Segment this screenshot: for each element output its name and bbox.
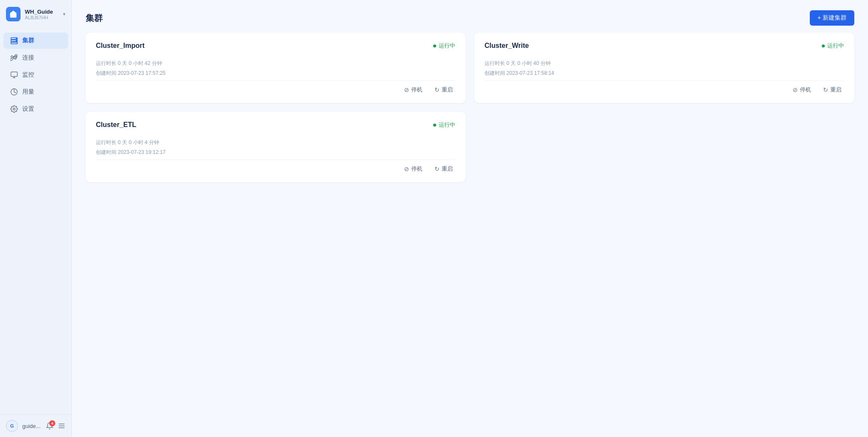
cluster-import-restart-button[interactable]: ↻ 重启 xyxy=(432,84,455,95)
stop-icon-etl: ⊘ xyxy=(404,165,409,172)
sidebar-nav: 集群 连接 监控 用量 设置 xyxy=(0,28,71,414)
svg-point-8 xyxy=(13,108,15,110)
page-header: 集群 + 新建集群 xyxy=(72,0,868,32)
svg-point-3 xyxy=(16,38,17,39)
cluster-import-info: 运行时长 0 天 0 小时 42 分钟 创建时间 2023-07-23 17:5… xyxy=(96,60,455,77)
avatar: G xyxy=(6,420,18,432)
cluster-etl-footer: ⊘ 停机 ↻ 重启 xyxy=(96,159,455,174)
svg-rect-5 xyxy=(11,72,18,77)
menu-button[interactable] xyxy=(58,422,65,430)
cluster-write-status-label: 运行中 xyxy=(827,42,844,50)
cluster-write-footer: ⊘ 停机 ↻ 重启 xyxy=(485,80,844,95)
sidebar-item-settings[interactable]: 设置 xyxy=(3,101,68,117)
cluster-etl-name: Cluster_ETL xyxy=(96,121,136,129)
cluster-write-restart-label: 重启 xyxy=(830,86,841,94)
stop-icon-write: ⊘ xyxy=(793,86,798,93)
cluster-etl-status-label: 运行中 xyxy=(439,121,455,129)
cluster-etl-created: 创建时间 2023-07-23 19:12:17 xyxy=(96,149,455,156)
app-title-group: WH_Guide ALBJ67HH xyxy=(25,9,59,20)
chevron-down-icon: ▾ xyxy=(63,11,65,17)
cluster-write-uptime: 运行时长 0 天 0 小时 40 分钟 xyxy=(485,60,844,67)
cluster-write-restart-button[interactable]: ↻ 重启 xyxy=(820,84,844,95)
status-dot-write xyxy=(822,44,825,47)
page-title: 集群 xyxy=(86,12,103,24)
cluster-write-stop-button[interactable]: ⊘ 停机 xyxy=(790,84,814,95)
cluster-import-status: 运行中 xyxy=(433,42,455,50)
restart-icon: ↻ xyxy=(434,86,440,93)
cluster-import-restart-label: 重启 xyxy=(442,86,453,94)
status-dot-import xyxy=(433,44,436,47)
cluster-card-import[interactable]: Cluster_Import 运行中 运行时长 0 天 0 小时 42 分钟 创… xyxy=(86,32,466,103)
sidebar-footer: G guide... 4 xyxy=(0,414,71,437)
sidebar-item-connect[interactable]: 连接 xyxy=(3,50,68,66)
usage-icon xyxy=(10,88,18,96)
cluster-card-import-header: Cluster_Import 运行中 xyxy=(96,42,455,50)
app-id: ALBJ67HH xyxy=(25,15,59,20)
notification-button[interactable]: 4 xyxy=(46,422,54,430)
cluster-card-write[interactable]: Cluster_Write 运行中 运行时长 0 天 0 小时 40 分钟 创建… xyxy=(474,32,854,103)
cluster-import-stop-label: 停机 xyxy=(411,86,422,94)
cluster-card-etl[interactable]: Cluster_ETL 运行中 运行时长 0 天 0 小时 4 分钟 创建时间 … xyxy=(86,112,466,182)
cluster-import-stop-button[interactable]: ⊘ 停机 xyxy=(401,84,425,95)
app-name: WH_Guide xyxy=(25,9,59,15)
sidebar: WH_Guide ALBJ67HH ▾ 集群 连接 监控 xyxy=(0,0,72,437)
sidebar-item-usage-label: 用量 xyxy=(22,88,34,96)
monitor-icon xyxy=(10,71,18,79)
cluster-etl-restart-label: 重启 xyxy=(442,165,453,173)
sidebar-item-cluster[interactable]: 集群 xyxy=(3,32,68,49)
cluster-etl-info: 运行时长 0 天 0 小时 4 分钟 创建时间 2023-07-23 19:12… xyxy=(96,139,455,156)
cluster-import-created: 创建时间 2023-07-23 17:57:25 xyxy=(96,70,455,77)
cluster-write-status: 运行中 xyxy=(822,42,844,50)
cluster-write-info: 运行时长 0 天 0 小时 40 分钟 创建时间 2023-07-23 17:5… xyxy=(485,60,844,77)
cluster-etl-restart-button[interactable]: ↻ 重启 xyxy=(432,163,455,174)
cluster-grid: Cluster_Import 运行中 运行时长 0 天 0 小时 42 分钟 创… xyxy=(72,32,868,192)
settings-icon xyxy=(10,105,18,113)
cluster-etl-stop-label: 停机 xyxy=(411,165,422,173)
cluster-import-footer: ⊘ 停机 ↻ 重启 xyxy=(96,80,455,95)
cluster-write-stop-label: 停机 xyxy=(800,86,811,94)
restart-icon-write: ↻ xyxy=(823,86,828,93)
cluster-etl-stop-button[interactable]: ⊘ 停机 xyxy=(401,163,425,174)
stop-icon: ⊘ xyxy=(404,86,409,93)
status-dot-etl xyxy=(433,124,436,127)
cluster-etl-status: 运行中 xyxy=(433,121,455,129)
sidebar-item-monitor[interactable]: 监控 xyxy=(3,67,68,83)
sidebar-item-cluster-label: 集群 xyxy=(22,37,34,44)
cluster-import-uptime: 运行时长 0 天 0 小时 42 分钟 xyxy=(96,60,455,67)
sidebar-item-settings-label: 设置 xyxy=(22,105,34,113)
app-logo xyxy=(6,7,21,21)
cluster-card-etl-header: Cluster_ETL 运行中 xyxy=(96,121,455,129)
user-name: guide... xyxy=(22,423,42,429)
svg-rect-2 xyxy=(11,42,18,44)
main-content: 集群 + 新建集群 Cluster_Import 运行中 运行时长 0 天 0 … xyxy=(72,0,868,437)
sidebar-header[interactable]: WH_Guide ALBJ67HH ▾ xyxy=(0,0,71,28)
sidebar-item-monitor-label: 监控 xyxy=(22,71,34,79)
cluster-icon xyxy=(10,37,18,44)
svg-point-4 xyxy=(16,41,17,41)
restart-icon-etl: ↻ xyxy=(434,165,440,172)
cluster-etl-uptime: 运行时长 0 天 0 小时 4 分钟 xyxy=(96,139,455,146)
cluster-card-write-header: Cluster_Write 运行中 xyxy=(485,42,844,50)
cluster-import-status-label: 运行中 xyxy=(439,42,455,50)
new-cluster-button[interactable]: + 新建集群 xyxy=(810,10,854,26)
cluster-write-created: 创建时间 2023-07-23 17:58:14 xyxy=(485,70,844,77)
sidebar-item-connect-label: 连接 xyxy=(22,54,34,62)
connect-icon xyxy=(10,54,18,62)
notification-badge: 4 xyxy=(49,420,55,426)
sidebar-item-usage[interactable]: 用量 xyxy=(3,84,68,100)
cluster-import-name: Cluster_Import xyxy=(96,42,145,50)
cluster-write-name: Cluster_Write xyxy=(485,42,529,50)
